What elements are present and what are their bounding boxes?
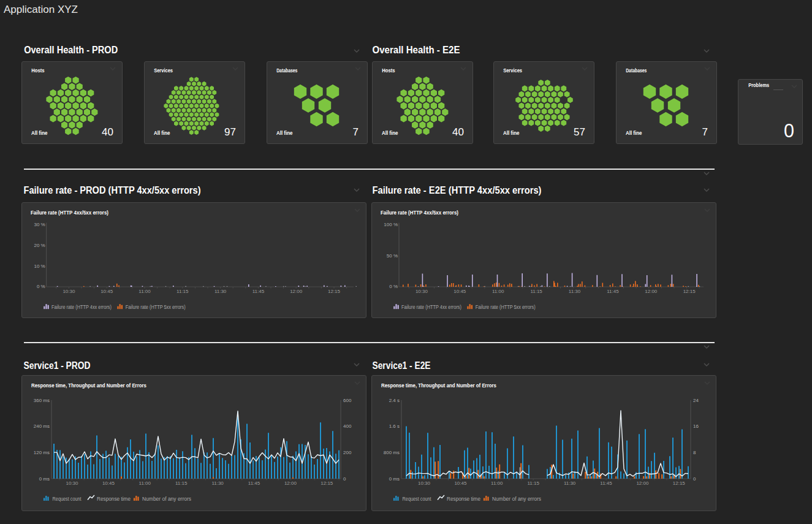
svg-text:All fine: All fine bbox=[626, 130, 642, 136]
svg-text:12:00: 12:00 bbox=[284, 480, 297, 486]
svg-text:Failure rate (HTTP 4xx/5xx err: Failure rate (HTTP 4xx/5xx errors) bbox=[381, 209, 458, 216]
svg-text:11:30: 11:30 bbox=[211, 480, 224, 486]
svg-text:240 ms: 240 ms bbox=[34, 423, 50, 429]
svg-text:Failure rate (HTTP 4xx errors): Failure rate (HTTP 4xx errors) bbox=[401, 304, 461, 310]
svg-text:Failure rate (HTTP 5xx errors): Failure rate (HTTP 5xx errors) bbox=[126, 304, 186, 310]
svg-text:11:00: 11:00 bbox=[491, 480, 503, 486]
svg-text:10:45: 10:45 bbox=[102, 480, 115, 486]
svg-text:Number of any errors: Number of any errors bbox=[142, 496, 191, 502]
svg-text:Response time, Throughput and: Response time, Throughput and Number of … bbox=[381, 382, 496, 389]
svg-text:10:45: 10:45 bbox=[101, 289, 113, 294]
svg-text:10:30: 10:30 bbox=[66, 480, 78, 486]
svg-text:600: 600 bbox=[343, 398, 352, 403]
svg-text:30 %: 30 % bbox=[34, 222, 45, 227]
svg-text:Services: Services bbox=[503, 67, 522, 74]
svg-text:8: 8 bbox=[693, 450, 696, 455]
svg-text:Request count: Request count bbox=[53, 496, 82, 502]
svg-text:Failure rate (HTTP 4xx errors): Failure rate (HTTP 4xx errors) bbox=[51, 304, 112, 310]
svg-text:7: 7 bbox=[702, 126, 708, 138]
svg-text:All fine: All fine bbox=[382, 130, 398, 136]
svg-text:All fine: All fine bbox=[276, 130, 293, 136]
svg-text:Response time: Response time bbox=[447, 496, 480, 502]
svg-text:50 %: 50 % bbox=[387, 253, 398, 259]
svg-text:12:15: 12:15 bbox=[328, 289, 341, 294]
svg-text:12:00: 12:00 bbox=[636, 480, 649, 486]
svg-text:Request count: Request count bbox=[403, 496, 431, 502]
svg-text:57: 57 bbox=[574, 126, 585, 138]
svg-text:11:30: 11:30 bbox=[569, 289, 581, 294]
svg-text:All fine: All fine bbox=[503, 130, 520, 136]
svg-text:11:30: 11:30 bbox=[564, 480, 576, 486]
svg-text:11:45: 11:45 bbox=[607, 289, 619, 294]
svg-text:11:00: 11:00 bbox=[138, 289, 151, 294]
svg-text:11:15: 11:15 bbox=[175, 480, 188, 486]
svg-text:Problems: Problems bbox=[748, 82, 769, 88]
svg-text:Databases: Databases bbox=[626, 67, 647, 74]
svg-text:Service1 - E2E: Service1 - E2E bbox=[373, 360, 431, 371]
svg-text:12:15: 12:15 bbox=[673, 480, 686, 486]
svg-text:0 %: 0 % bbox=[37, 284, 45, 289]
svg-text:Failure rate - E2E (HTTP 4xx/5: Failure rate - E2E (HTTP 4xx/5xx errors) bbox=[373, 185, 542, 196]
svg-text:0: 0 bbox=[343, 476, 346, 482]
svg-text:11:30: 11:30 bbox=[214, 289, 227, 294]
svg-text:All fine: All fine bbox=[31, 130, 48, 136]
svg-text:Databases: Databases bbox=[276, 67, 297, 74]
svg-text:10 %: 10 % bbox=[34, 264, 45, 269]
svg-text:11:15: 11:15 bbox=[527, 480, 539, 486]
svg-text:Overall Health - E2E: Overall Health - E2E bbox=[373, 45, 460, 55]
svg-text:12:15: 12:15 bbox=[683, 289, 696, 294]
svg-text:12:00: 12:00 bbox=[290, 289, 303, 294]
svg-text:Response time, Throughput and: Response time, Throughput and Number of … bbox=[31, 382, 146, 389]
svg-text:0 ms: 0 ms bbox=[389, 476, 400, 482]
svg-text:Hosts: Hosts bbox=[31, 67, 44, 74]
svg-text:Failure rate - PROD (HTTP 4xx/: Failure rate - PROD (HTTP 4xx/5xx errors… bbox=[24, 185, 201, 196]
svg-text:97: 97 bbox=[224, 126, 236, 138]
svg-text:200: 200 bbox=[343, 450, 352, 455]
svg-text:Hosts: Hosts bbox=[382, 67, 395, 74]
svg-text:40: 40 bbox=[102, 126, 113, 138]
svg-text:All fine: All fine bbox=[154, 130, 170, 136]
svg-text:12:15: 12:15 bbox=[321, 480, 333, 486]
svg-text:10:30: 10:30 bbox=[415, 289, 428, 294]
svg-text:11:15: 11:15 bbox=[176, 289, 189, 294]
svg-text:10:45: 10:45 bbox=[454, 480, 467, 486]
svg-text:Response time: Response time bbox=[97, 496, 131, 502]
svg-text:Failure rate (HTTP 5xx errors): Failure rate (HTTP 5xx errors) bbox=[476, 304, 536, 310]
svg-text:40: 40 bbox=[452, 126, 464, 138]
svg-text:0: 0 bbox=[784, 120, 794, 141]
svg-text:11:15: 11:15 bbox=[530, 289, 542, 294]
svg-text:11:45: 11:45 bbox=[248, 480, 260, 486]
svg-text:11:00: 11:00 bbox=[139, 480, 151, 486]
svg-text:Service1 - PROD: Service1 - PROD bbox=[24, 360, 91, 371]
svg-text:11:00: 11:00 bbox=[492, 289, 504, 294]
svg-text:10:30: 10:30 bbox=[63, 289, 75, 294]
svg-text:16: 16 bbox=[693, 423, 699, 429]
svg-text:10:30: 10:30 bbox=[418, 480, 431, 486]
svg-text:0: 0 bbox=[693, 476, 696, 482]
svg-text:11:45: 11:45 bbox=[600, 480, 612, 486]
svg-text:2.4 s: 2.4 s bbox=[389, 398, 400, 403]
svg-text:Application XYZ: Application XYZ bbox=[4, 4, 78, 15]
svg-text:Failure rate (HTTP 4xx/5xx err: Failure rate (HTTP 4xx/5xx errors) bbox=[31, 209, 108, 216]
svg-text:Number of any errors: Number of any errors bbox=[492, 496, 541, 502]
svg-text:800 ms: 800 ms bbox=[384, 450, 400, 455]
svg-text:360 ms: 360 ms bbox=[34, 398, 50, 403]
svg-text:1.6 s: 1.6 s bbox=[389, 423, 400, 429]
svg-text:0 ms: 0 ms bbox=[39, 476, 50, 482]
svg-text:100 %: 100 % bbox=[384, 222, 398, 227]
svg-text:0 %: 0 % bbox=[389, 284, 398, 289]
svg-text:120 ms: 120 ms bbox=[34, 450, 50, 455]
svg-text:400: 400 bbox=[343, 423, 352, 429]
svg-text:24: 24 bbox=[693, 398, 699, 403]
svg-text:Overall Health - PROD: Overall Health - PROD bbox=[24, 45, 118, 55]
svg-text:7: 7 bbox=[353, 126, 359, 138]
svg-text:Services: Services bbox=[154, 67, 173, 74]
svg-text:11:45: 11:45 bbox=[252, 289, 265, 294]
svg-text:10:45: 10:45 bbox=[453, 289, 466, 294]
svg-text:20 %: 20 % bbox=[34, 243, 45, 248]
svg-text:12:00: 12:00 bbox=[645, 289, 658, 294]
